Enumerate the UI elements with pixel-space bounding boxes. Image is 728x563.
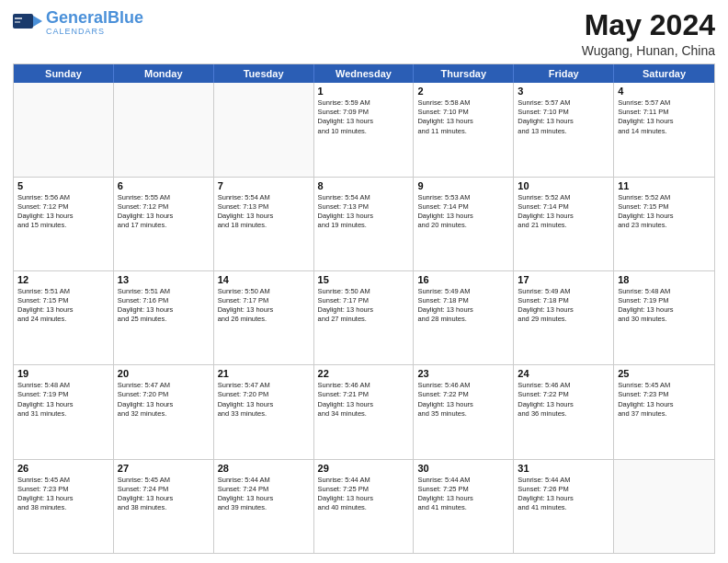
day-number: 7 <box>218 180 310 191</box>
day-number: 15 <box>318 274 410 285</box>
day-number: 9 <box>417 180 509 191</box>
weekday-saturday: Saturday <box>614 64 714 83</box>
weekday-wednesday: Wednesday <box>314 64 415 83</box>
day-info: Sunrise: 5:45 AM Sunset: 7:24 PM Dayligh… <box>118 476 210 513</box>
day-cell-13: 13Sunrise: 5:51 AM Sunset: 7:16 PM Dayli… <box>114 271 214 364</box>
logo-tagline: CALENDARS <box>46 27 143 36</box>
day-number: 17 <box>518 274 609 285</box>
day-cell-31: 31Sunrise: 5:44 AM Sunset: 7:26 PM Dayli… <box>514 460 614 553</box>
day-cell-29: 29Sunrise: 5:44 AM Sunset: 7:25 PM Dayli… <box>314 460 415 553</box>
day-number: 13 <box>118 274 210 285</box>
day-info: Sunrise: 5:46 AM Sunset: 7:22 PM Dayligh… <box>417 381 509 419</box>
day-cell-22: 22Sunrise: 5:46 AM Sunset: 7:21 PM Dayli… <box>314 365 415 458</box>
day-info: Sunrise: 5:48 AM Sunset: 7:19 PM Dayligh… <box>618 287 711 325</box>
day-cell-30: 30Sunrise: 5:44 AM Sunset: 7:25 PM Dayli… <box>414 460 514 553</box>
day-info: Sunrise: 5:54 AM Sunset: 7:13 PM Dayligh… <box>318 193 410 231</box>
header: GeneralBlue CALENDARS May 2024 Wugang, H… <box>13 9 715 58</box>
day-info: Sunrise: 5:50 AM Sunset: 7:17 PM Dayligh… <box>318 287 410 325</box>
day-number: 12 <box>17 274 109 285</box>
empty-cell <box>614 460 714 553</box>
day-number: 18 <box>618 274 711 285</box>
day-cell-14: 14Sunrise: 5:50 AM Sunset: 7:17 PM Dayli… <box>214 271 314 364</box>
day-info: Sunrise: 5:55 AM Sunset: 7:12 PM Dayligh… <box>118 193 210 231</box>
day-cell-12: 12Sunrise: 5:51 AM Sunset: 7:15 PM Dayli… <box>14 271 114 364</box>
day-info: Sunrise: 5:57 AM Sunset: 7:11 PM Dayligh… <box>618 98 711 136</box>
day-number: 30 <box>417 463 509 474</box>
calendar-body: 1Sunrise: 5:59 AM Sunset: 7:09 PM Daylig… <box>14 83 714 553</box>
day-cell-15: 15Sunrise: 5:50 AM Sunset: 7:17 PM Dayli… <box>314 271 415 364</box>
logo: GeneralBlue CALENDARS <box>13 9 143 36</box>
day-number: 31 <box>518 463 609 474</box>
day-number: 10 <box>518 180 609 191</box>
day-number: 11 <box>618 180 711 191</box>
page: GeneralBlue CALENDARS May 2024 Wugang, H… <box>0 0 728 563</box>
weekday-tuesday: Tuesday <box>214 64 314 83</box>
logo-text: GeneralBlue <box>46 9 143 26</box>
day-number: 3 <box>518 86 609 97</box>
day-cell-3: 3Sunrise: 5:57 AM Sunset: 7:10 PM Daylig… <box>514 83 614 176</box>
day-cell-2: 2Sunrise: 5:58 AM Sunset: 7:10 PM Daylig… <box>414 83 514 176</box>
day-info: Sunrise: 5:53 AM Sunset: 7:14 PM Dayligh… <box>417 193 509 231</box>
day-info: Sunrise: 5:46 AM Sunset: 7:22 PM Dayligh… <box>518 381 609 419</box>
day-cell-8: 8Sunrise: 5:54 AM Sunset: 7:13 PM Daylig… <box>314 178 415 270</box>
day-cell-23: 23Sunrise: 5:46 AM Sunset: 7:22 PM Dayli… <box>414 365 514 458</box>
day-number: 23 <box>417 368 509 379</box>
week-row-2: 12Sunrise: 5:51 AM Sunset: 7:15 PM Dayli… <box>14 271 714 365</box>
day-info: Sunrise: 5:45 AM Sunset: 7:23 PM Dayligh… <box>17 476 109 513</box>
day-cell-20: 20Sunrise: 5:47 AM Sunset: 7:20 PM Dayli… <box>114 365 214 458</box>
day-number: 29 <box>318 463 410 474</box>
day-info: Sunrise: 5:56 AM Sunset: 7:12 PM Dayligh… <box>17 193 109 231</box>
day-info: Sunrise: 5:45 AM Sunset: 7:23 PM Dayligh… <box>618 381 711 419</box>
weekday-thursday: Thursday <box>414 64 514 83</box>
day-info: Sunrise: 5:49 AM Sunset: 7:18 PM Dayligh… <box>417 287 509 325</box>
day-cell-1: 1Sunrise: 5:59 AM Sunset: 7:09 PM Daylig… <box>314 83 415 176</box>
day-cell-21: 21Sunrise: 5:47 AM Sunset: 7:20 PM Dayli… <box>214 365 314 458</box>
day-info: Sunrise: 5:47 AM Sunset: 7:20 PM Dayligh… <box>118 381 210 419</box>
day-number: 2 <box>417 86 509 97</box>
day-cell-24: 24Sunrise: 5:46 AM Sunset: 7:22 PM Dayli… <box>514 365 614 458</box>
day-cell-27: 27Sunrise: 5:45 AM Sunset: 7:24 PM Dayli… <box>114 460 214 553</box>
day-number: 25 <box>618 368 711 379</box>
empty-cell <box>214 83 314 176</box>
location-title: Wugang, Hunan, China <box>582 43 715 58</box>
day-info: Sunrise: 5:51 AM Sunset: 7:16 PM Dayligh… <box>118 287 210 325</box>
day-info: Sunrise: 5:58 AM Sunset: 7:10 PM Dayligh… <box>417 98 509 136</box>
day-cell-7: 7Sunrise: 5:54 AM Sunset: 7:13 PM Daylig… <box>214 178 314 270</box>
day-number: 24 <box>518 368 609 379</box>
day-number: 21 <box>218 368 310 379</box>
day-cell-6: 6Sunrise: 5:55 AM Sunset: 7:12 PM Daylig… <box>114 178 214 270</box>
day-cell-17: 17Sunrise: 5:49 AM Sunset: 7:18 PM Dayli… <box>514 271 614 364</box>
day-number: 8 <box>318 180 410 191</box>
day-info: Sunrise: 5:59 AM Sunset: 7:09 PM Dayligh… <box>318 98 410 136</box>
day-number: 14 <box>218 274 310 285</box>
day-info: Sunrise: 5:46 AM Sunset: 7:21 PM Dayligh… <box>318 381 410 419</box>
day-info: Sunrise: 5:47 AM Sunset: 7:20 PM Dayligh… <box>218 381 310 419</box>
day-number: 16 <box>417 274 509 285</box>
day-info: Sunrise: 5:52 AM Sunset: 7:14 PM Dayligh… <box>518 193 609 231</box>
weekday-sunday: Sunday <box>14 64 114 83</box>
day-cell-18: 18Sunrise: 5:48 AM Sunset: 7:19 PM Dayli… <box>614 271 714 364</box>
logo-icon <box>13 10 42 36</box>
day-number: 19 <box>17 368 109 379</box>
week-row-3: 19Sunrise: 5:48 AM Sunset: 7:19 PM Dayli… <box>14 365 714 459</box>
day-cell-19: 19Sunrise: 5:48 AM Sunset: 7:19 PM Dayli… <box>14 365 114 458</box>
empty-cell <box>14 83 114 176</box>
day-number: 28 <box>218 463 310 474</box>
day-info: Sunrise: 5:48 AM Sunset: 7:19 PM Dayligh… <box>17 381 109 419</box>
day-info: Sunrise: 5:44 AM Sunset: 7:26 PM Dayligh… <box>518 476 609 513</box>
day-info: Sunrise: 5:54 AM Sunset: 7:13 PM Dayligh… <box>218 193 310 231</box>
day-info: Sunrise: 5:52 AM Sunset: 7:15 PM Dayligh… <box>618 193 711 231</box>
day-cell-26: 26Sunrise: 5:45 AM Sunset: 7:23 PM Dayli… <box>14 460 114 553</box>
weekday-friday: Friday <box>514 64 614 83</box>
calendar: Sunday Monday Tuesday Wednesday Thursday… <box>13 63 715 554</box>
day-info: Sunrise: 5:57 AM Sunset: 7:10 PM Dayligh… <box>518 98 609 136</box>
month-title: May 2024 <box>582 9 715 41</box>
calendar-header: Sunday Monday Tuesday Wednesday Thursday… <box>14 64 714 83</box>
week-row-0: 1Sunrise: 5:59 AM Sunset: 7:09 PM Daylig… <box>14 83 714 177</box>
day-number: 20 <box>118 368 210 379</box>
day-info: Sunrise: 5:51 AM Sunset: 7:15 PM Dayligh… <box>17 287 109 325</box>
day-number: 4 <box>618 86 711 97</box>
day-cell-28: 28Sunrise: 5:44 AM Sunset: 7:24 PM Dayli… <box>214 460 314 553</box>
day-number: 6 <box>118 180 210 191</box>
day-number: 26 <box>17 463 109 474</box>
